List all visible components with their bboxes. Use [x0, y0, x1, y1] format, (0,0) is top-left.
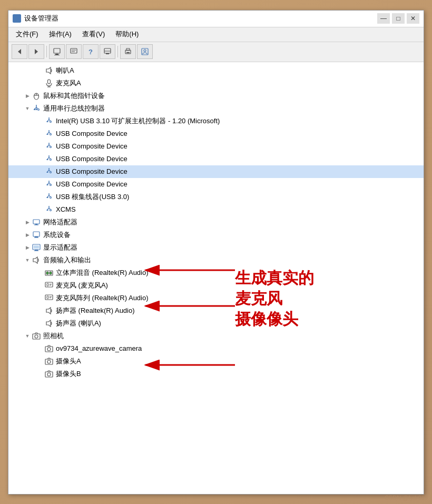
menu-action[interactable]: 操作(A)	[44, 28, 77, 41]
expand-icon-mic-device	[36, 281, 44, 290]
svg-rect-93	[47, 296, 48, 299]
menu-view[interactable]: 查看(V)	[77, 28, 110, 41]
expand-icon-usb-comp-2	[36, 142, 44, 151]
maximize-button[interactable]: □	[392, 13, 405, 24]
svg-marker-97	[46, 320, 51, 327]
tree-item-camera-group[interactable]: ▼ 照相机	[8, 330, 424, 342]
tree-item-usb-composite-2[interactable]: USB Composite Device	[8, 140, 424, 153]
svg-rect-9	[71, 48, 77, 53]
back-icon	[16, 48, 23, 55]
tree-item-usb-controller[interactable]: ▼ 通用串行总线控制器	[8, 102, 424, 115]
back-button[interactable]	[12, 44, 27, 59]
usb-composite-icon-5	[44, 180, 54, 189]
tree-item-camera-a[interactable]: 摄像头A	[8, 355, 424, 368]
tree-item-speaker-a[interactable]: 喇叭A	[8, 64, 424, 77]
minimize-button[interactable]: —	[377, 13, 390, 24]
properties-icon	[141, 47, 149, 56]
display-adapter-icon	[32, 243, 41, 252]
svg-marker-96	[46, 308, 51, 314]
expand-icon-mic-array	[36, 294, 44, 302]
ov9734-icon	[44, 344, 54, 353]
properties-button[interactable]	[137, 44, 153, 59]
svg-rect-91	[50, 285, 51, 285]
intel-usb-label: Intel(R) USB 3.10 可扩展主机控制器 - 1.20 (Micro…	[56, 116, 220, 126]
ov9734-label: ov9734_azurewave_camera	[56, 344, 142, 352]
svg-rect-77	[33, 232, 40, 236]
tree-item-intel-usb[interactable]: Intel(R) USB 3.10 可扩展主机控制器 - 1.20 (Micro…	[8, 115, 424, 127]
svg-rect-14	[106, 53, 109, 54]
print-button[interactable]	[120, 44, 136, 59]
usb-composite-icon-1	[44, 129, 54, 139]
svg-line-45	[47, 145, 49, 146]
menu-help[interactable]: 帮助(H)	[110, 28, 144, 41]
svg-rect-67	[47, 197, 48, 198]
svg-marker-84	[33, 257, 37, 263]
tree-item-display[interactable]: ▶ 显示适配器	[8, 241, 424, 254]
title-bar: 设备管理器 — □ ✕	[8, 11, 424, 27]
svg-rect-83	[34, 245, 39, 249]
svg-rect-7	[55, 54, 58, 55]
tree-item-speaker-b[interactable]: 扬声器 (喇叭A)	[8, 317, 424, 330]
tree-item-system[interactable]: ▶ 系统设备	[8, 229, 424, 241]
expand-icon-mouse: ▶	[23, 92, 32, 100]
usb-hub-icon-2	[44, 192, 54, 202]
menu-bar: 文件(F) 操作(A) 查看(V) 帮助(H)	[8, 27, 424, 42]
device-tree-content[interactable]: 喇叭A 麦克风A ▶ 鼠标和其他指针设备 ▼	[8, 62, 424, 494]
svg-point-43	[50, 133, 52, 135]
display-label: 显示适配器	[43, 243, 77, 252]
svg-line-35	[47, 120, 49, 121]
device-manager-window: 设备管理器 — □ ✕ 文件(F) 操作(A) 查看(V) 帮助(H)	[8, 10, 424, 495]
tree-item-usb-composite-5[interactable]: USB Composite Device	[8, 178, 424, 191]
system-icon	[32, 230, 41, 240]
tree-item-speaker-realtek[interactable]: 扬声器 (Realtek(R) Audio)	[8, 304, 424, 317]
svg-rect-72	[47, 210, 48, 211]
tree-item-usb-composite-4[interactable]: USB Composite Device	[8, 165, 424, 178]
tree-item-mouse[interactable]: ▶ 鼠标和其他指针设备	[8, 90, 424, 102]
svg-point-99	[35, 335, 38, 338]
svg-marker-4	[18, 49, 21, 54]
forward-button[interactable]	[28, 44, 44, 59]
menu-file[interactable]: 文件(F)	[11, 28, 44, 41]
tree-item-usb-hub[interactable]: USB 根集线器(USB 3.0)	[8, 191, 424, 203]
help-button[interactable]: ?	[83, 44, 99, 59]
audio-io-label: 音频输入和输出	[43, 255, 91, 265]
tree-item-audio[interactable]: ▼ 音频输入和输出	[8, 254, 424, 266]
mic-icon	[44, 78, 54, 88]
tree-item-usb-composite-1[interactable]: USB Composite Device	[8, 127, 424, 140]
expand-icon-speaker-realtek	[36, 307, 44, 315]
tree-item-usb-composite-3[interactable]: USB Composite Device	[8, 153, 424, 165]
tree-item-mic-device[interactable]: 麦克风 (麦克风A)	[8, 279, 424, 292]
title-bar-left: 设备管理器	[13, 14, 58, 23]
svg-rect-42	[47, 134, 48, 135]
mic-device-label: 麦克风 (麦克风A)	[56, 281, 108, 290]
tree-item-network[interactable]: ▶ 网络适配器	[8, 216, 424, 229]
xcms-icon	[44, 205, 54, 214]
page-background: 设备管理器 — □ ✕ 文件(F) 操作(A) 查看(V) 帮助(H)	[0, 0, 432, 504]
close-button[interactable]: ✕	[407, 13, 419, 24]
tree-item-stereo-mix[interactable]: 立体声混音 (Realtek(R) Audio)	[8, 266, 424, 279]
svg-line-50	[47, 157, 49, 159]
svg-rect-52	[47, 159, 48, 160]
expand-icon-usb-comp-4	[36, 167, 44, 176]
toolbar-separator-1	[46, 46, 47, 57]
expand-icon-xcms	[36, 205, 44, 214]
svg-line-65	[47, 195, 49, 197]
tree-item-mic-a[interactable]: 麦克风A	[8, 77, 424, 90]
speaker-b-icon	[44, 319, 54, 328]
speaker-a-label: 喇叭A	[56, 66, 74, 75]
svg-rect-33	[36, 109, 37, 110]
tree-item-camera-b[interactable]: 摄像头B	[8, 368, 424, 380]
drivers-button[interactable]	[100, 44, 115, 59]
usb-composite-icon-4	[44, 167, 54, 176]
svg-point-103	[47, 360, 51, 363]
svg-line-40	[47, 132, 49, 134]
computer-view-button[interactable]	[49, 44, 65, 59]
tree-item-xcms[interactable]: XCMS	[8, 203, 424, 216]
tree-item-mic-array[interactable]: 麦克风阵列 (Realtek(R) Audio)	[8, 292, 424, 304]
expand-icon-usb-comp-5	[36, 180, 44, 189]
network-icon	[32, 218, 41, 227]
tree-item-ov9734[interactable]: ov9734_azurewave_camera	[8, 342, 424, 355]
expand-icon-stereo	[36, 269, 44, 277]
resource-view-button[interactable]	[66, 44, 82, 59]
camera-a-icon	[44, 357, 54, 366]
